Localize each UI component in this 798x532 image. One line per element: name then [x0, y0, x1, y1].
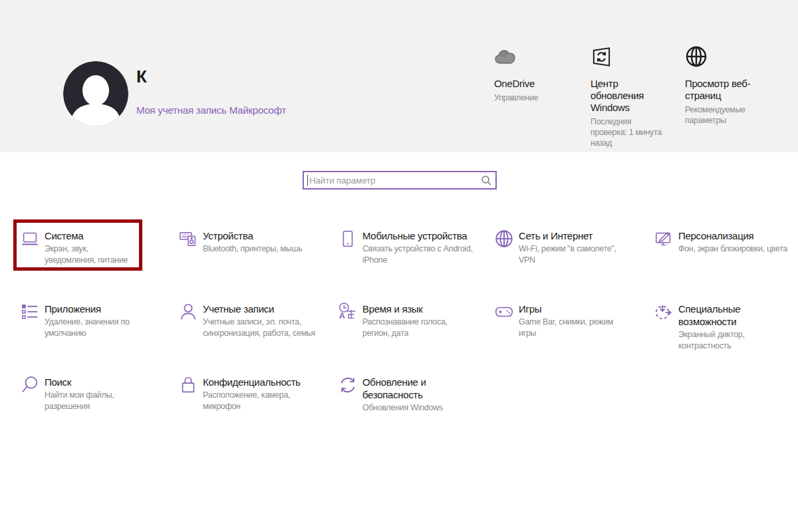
tile-network-internet[interactable]: Сеть и Интернет Wi-Fi, режим "в самолете…: [487, 219, 639, 273]
laptop-icon: [20, 229, 40, 249]
tile-title: Поиск: [45, 376, 158, 388]
tile-system[interactable]: Система Экран, звук, уведомления, питани…: [13, 219, 142, 271]
tile-accounts[interactable]: Учетные записи Учетные записи, эл. почта…: [172, 293, 323, 346]
tile-subtitle: Game Bar, снимки, режим игры: [519, 317, 625, 339]
windows-update-icon: [591, 45, 662, 68]
tile-subtitle: Удаление, значения по умолчанию: [45, 317, 144, 339]
quick-item-web-browsing[interactable]: Просмотр веб-страниц Рекомендуемые парам…: [685, 45, 763, 126]
quick-item-subtitle: Последняя проверка: 1 минута назад: [591, 116, 662, 148]
tile-title: Игры: [519, 303, 625, 315]
text-caret: [307, 175, 308, 186]
quick-item-windows-update[interactable]: Центр обновления Windows Последняя прове…: [591, 45, 662, 148]
tile-subtitle: Фон, экран блокировки, цвета: [678, 243, 787, 255]
microsoft-account-link[interactable]: Моя учетная запись Майкрософт: [136, 104, 286, 116]
search-input[interactable]: [303, 171, 497, 190]
tile-ease-of-access[interactable]: Специальные возможности Экранный диктор,…: [647, 293, 798, 346]
user-avatar: [63, 61, 128, 126]
tile-title: Учетные записи: [203, 303, 323, 315]
search-icon: [481, 175, 491, 186]
tile-devices[interactable]: Устройства Bluetooth, принтеры, мышь: [172, 219, 323, 273]
tile-subtitle: Обновления Windows: [362, 402, 475, 414]
quick-item-title: Просмотр веб-страниц: [685, 78, 763, 102]
tile-subtitle: Найти мои файлы, разрешения: [45, 390, 158, 412]
quick-item-onedrive[interactable]: OneDrive Управление: [494, 45, 577, 103]
person-icon: [178, 302, 198, 322]
svg-text:A: A: [339, 311, 345, 321]
tile-title: Обновление и безопасность: [362, 376, 475, 401]
tile-title: Время и язык: [362, 303, 475, 315]
tile-subtitle: Расположение, камера, микрофон: [203, 390, 316, 412]
tile-subtitle: Распознавание голоса, регион, дата: [362, 317, 475, 339]
tile-personalization[interactable]: Персонализация Фон, экран блокировки, цв…: [647, 219, 798, 273]
tile-title: Персонализация: [678, 229, 787, 242]
tile-title: Система: [45, 229, 139, 242]
ease-of-access-icon: [654, 302, 674, 322]
tile-apps[interactable]: Приложения Удаление, значения по умолчан…: [13, 293, 165, 346]
quick-item-subtitle: Рекомендуемые параметры: [685, 104, 763, 126]
network-globe-icon: [494, 229, 514, 249]
tile-title: Конфиденциальность: [203, 376, 316, 388]
tile-gaming[interactable]: Игры Game Bar, снимки, режим игры: [487, 293, 639, 346]
settings-header: К Моя учетная запись Майкрософт OneDrive…: [0, 0, 798, 152]
sync-arrows-icon: [338, 375, 358, 395]
tile-subtitle: Wi-Fi, режим "в самолете", VPN: [519, 243, 632, 266]
tile-subtitle: Экран, звук, уведомления, питание: [45, 243, 139, 266]
tile-subtitle: Bluetooth, принтеры, мышь: [203, 243, 302, 255]
lock-icon: [178, 375, 198, 395]
tile-update-security[interactable]: Обновление и безопасность Обновления Win…: [331, 366, 483, 419]
phone-icon: [338, 229, 358, 249]
search-box: [303, 171, 497, 190]
tile-subtitle: Учетные записи, эл. почта, синхронизация…: [203, 317, 323, 339]
user-name: К: [136, 66, 147, 87]
web-globe-icon: [685, 45, 763, 68]
quick-item-title: Центр обновления Windows: [591, 78, 662, 114]
tile-privacy[interactable]: Конфиденциальность Расположение, камера,…: [172, 366, 323, 419]
tile-mobile-devices[interactable]: Мобильные устройства Связать устройство …: [331, 219, 483, 273]
search-icon: [20, 375, 40, 395]
tile-search[interactable]: Поиск Найти мои файлы, разрешения: [13, 366, 165, 419]
tile-title: Приложения: [45, 303, 144, 315]
onedrive-cloud-icon: [494, 45, 577, 68]
apps-list-icon: [20, 302, 40, 322]
tile-title: Мобильные устройства: [362, 229, 483, 242]
personalization-icon: [654, 229, 674, 249]
tile-title: Сеть и Интернет: [519, 229, 632, 242]
time-language-icon: A: [338, 302, 358, 322]
person-silhouette-icon: [63, 117, 128, 126]
tile-time-language[interactable]: A Время и язык Распознавание голоса, рег…: [331, 293, 483, 346]
gamepad-icon: [494, 302, 514, 322]
devices-icon: [178, 229, 198, 249]
tile-title: Специальные возможности: [678, 303, 775, 328]
tile-title: Устройства: [203, 229, 302, 242]
quick-item-subtitle: Управление: [494, 92, 577, 103]
quick-item-title: OneDrive: [494, 78, 577, 90]
tile-subtitle: Связать устройство с Android, iPhone: [362, 243, 483, 266]
tile-subtitle: Экранный диктор, контрастность: [678, 329, 775, 352]
